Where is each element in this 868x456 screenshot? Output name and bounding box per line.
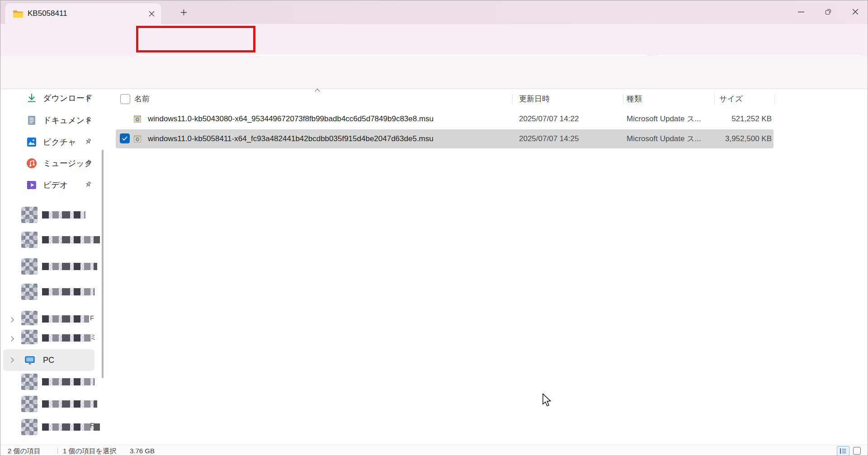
selection-count: 1 個の項目を選択	[63, 445, 116, 456]
document-icon	[26, 114, 38, 126]
folder-icon	[13, 10, 24, 19]
sidebar-item-documents[interactable]: ドキュメント	[3, 109, 94, 131]
file-type: Microsoft Update ス...	[627, 129, 701, 149]
file-size: 521,252 KB	[704, 109, 772, 129]
column-header-modified[interactable]: 更新日時	[519, 89, 550, 109]
file-name: windows11.0-kb5058411-x64_fc93a482441b42…	[148, 129, 434, 149]
download-icon	[26, 92, 38, 104]
sidebar-item-label: PC	[43, 349, 54, 371]
monitor-icon	[24, 354, 36, 366]
sidebar-item-downloads[interactable]: ダウンロード	[3, 87, 94, 109]
sidebar-item-label: ビデオ	[43, 174, 68, 196]
msu-package-icon	[132, 114, 142, 124]
file-row-selected[interactable]: windows11.0-kb5058411-x64_fc93a482441b42…	[114, 129, 868, 149]
annotation-red-box	[136, 26, 255, 52]
chevron-right-icon	[9, 336, 14, 341]
restore-button[interactable]	[815, 0, 841, 23]
sidebar-item-pictures[interactable]: ピクチャ	[3, 131, 94, 153]
close-button[interactable]	[842, 0, 868, 23]
column-header-type[interactable]: 種類	[627, 89, 642, 109]
tab-close-icon[interactable]	[146, 8, 157, 19]
address-row: C:¥temp¥KB5058411	[0, 24, 868, 56]
toolbar: 新規作成 並べ替え	[0, 56, 868, 89]
sidebar-item-music[interactable]: ミュージック	[3, 152, 94, 174]
mouse-cursor	[542, 393, 552, 408]
sort-ascending-icon	[315, 89, 320, 94]
chevron-right-icon	[9, 317, 14, 322]
item-count: 2 個の項目	[8, 445, 41, 456]
file-modified: 2025/07/07 14:22	[519, 109, 579, 129]
video-icon	[26, 179, 38, 191]
minimize-button[interactable]	[788, 0, 814, 23]
column-header-name[interactable]: 名前	[134, 89, 150, 109]
new-tab-icon[interactable]	[178, 6, 189, 18]
pin-icon	[83, 180, 93, 190]
tab-bar: KB5058411	[0, 0, 868, 24]
explorer-window: KB5058411 C:¥t	[0, 0, 868, 456]
status-bar: 2 個の項目 1 個の項目を選択 3.76 GB	[0, 445, 868, 456]
selection-size: 3.76 GB	[130, 445, 155, 456]
select-all-checkbox[interactable]	[120, 94, 130, 104]
pin-icon	[83, 137, 93, 147]
chevron-right-icon	[9, 357, 14, 362]
file-type: Microsoft Update ス...	[627, 109, 701, 129]
sidebar: ダウンロード ドキュメント ピクチャ ミュージック	[0, 89, 113, 445]
tab-kb5058411[interactable]: KB5058411	[5, 3, 161, 24]
row-checkbox-checked[interactable]	[120, 133, 130, 143]
file-list: 名前 更新日時 種類 サイズ windows11.0-kb5043080-x64…	[114, 89, 868, 445]
sidebar-item-pc[interactable]: PC	[3, 349, 94, 371]
file-row[interactable]: windows11.0-kb5043080-x64_953449672073f8…	[114, 109, 868, 129]
file-name: windows11.0-kb5043080-x64_953449672073f8…	[148, 109, 434, 129]
music-icon	[26, 157, 38, 169]
icons-view-toggle[interactable]	[853, 447, 861, 455]
sidebar-item-label: ピクチャ	[43, 131, 76, 153]
column-header-size[interactable]: サイズ	[719, 89, 743, 109]
msu-package-icon	[132, 134, 142, 144]
sidebar-scrollbar[interactable]	[102, 150, 104, 378]
sidebar-item-videos[interactable]: ビデオ	[3, 174, 94, 196]
tab-title: KB5058411	[28, 3, 67, 24]
pictures-icon	[26, 136, 38, 148]
file-modified: 2025/07/07 14:25	[519, 129, 579, 149]
details-view-toggle[interactable]	[837, 446, 849, 456]
file-size: 3,952,500 KB	[704, 129, 772, 149]
